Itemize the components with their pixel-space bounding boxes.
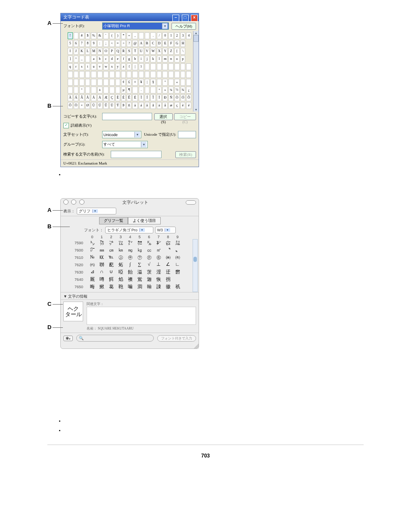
glyph-cell[interactable]: a [91,56,97,62]
glyph-cell[interactable]: ° [79,87,84,93]
glyph-cell[interactable]: n [168,56,174,62]
glyph-cell[interactable] [127,71,131,78]
glyph-cell[interactable]: 7 [79,40,84,47]
glyph-cell[interactable]: 徽 [163,283,173,290]
glyph-cell[interactable] [132,71,138,78]
glyph-cell[interactable]: № [87,254,97,261]
glyph-cell[interactable]: C [150,40,156,47]
glyph-cell[interactable]: 溢 [135,269,144,275]
glyph-cell[interactable]: [ [174,48,180,55]
glyph-cell[interactable]: k [150,56,156,62]
maximize-button[interactable]: □ [182,15,189,22]
scrollbar[interactable]: ▴ ▾ [193,31,199,112]
glyph-cell[interactable]: ㈱ [163,254,173,261]
glyph-cell[interactable]: } [139,63,144,70]
glyph-cell[interactable] [91,87,97,93]
glyph-cell[interactable]: 翰 [144,283,154,290]
glyph-cell[interactable]: Å [97,94,103,101]
glyph-cell[interactable] [97,71,103,78]
glyph-cell[interactable] [132,87,138,93]
glyph-cell[interactable]: ㍑ [116,240,125,246]
glyph-cell[interactable]: ! [68,32,73,39]
glyph-cell[interactable]: Ç [109,94,115,101]
glyph-cell[interactable]: ; [103,40,109,47]
glyph-cell[interactable] [103,79,109,86]
glyph-cell[interactable]: ) [115,32,121,39]
glyph-cell[interactable]: µ [121,87,126,93]
glyph-cell[interactable]: Ù [91,102,97,109]
unicode-input[interactable] [178,131,196,138]
glyph-cell[interactable]: 葛 [106,283,116,290]
glyph-cell[interactable]: 迂 [163,269,173,275]
glyph-cell[interactable]: 噛 [125,283,135,290]
glyph-cell[interactable] [186,79,191,86]
glyph-cell[interactable] [174,63,180,70]
glyph-cell[interactable]: Ô [186,94,191,101]
glyph-cell[interactable] [145,32,150,39]
glyph-cell[interactable]: g [127,56,131,62]
glyph-cell[interactable]: 5 [68,40,73,47]
glyph-cell[interactable] [85,56,90,62]
glyph-cell[interactable]: ß [127,102,131,109]
glyph-cell[interactable]: ㎡ [154,247,163,253]
glyph-cell[interactable]: ㎜ [97,247,106,253]
glyph-cell[interactable]: ° [162,79,168,86]
glyph-cell[interactable]: | [132,63,138,70]
minimize-button[interactable] [71,199,76,205]
glyph-cell[interactable]: ㌫ [163,240,173,246]
glyph-cell[interactable] [150,71,156,78]
glyph-cell[interactable]: ㏄ [144,247,154,253]
glyph-cell[interactable] [186,63,191,70]
copy-chars-input[interactable] [102,113,152,120]
glyph-cell[interactable]: | [145,79,150,86]
glyph-cell[interactable]: 澗 [135,283,144,290]
glyph-cell[interactable]: ㌹ [106,240,116,246]
glyph-cell[interactable]: ℡ [106,254,116,261]
glyph-cell[interactable]: 6 [74,40,79,47]
glyph-cell[interactable]: > [121,40,126,47]
tab-favorites[interactable]: よく使う項目 [128,217,161,224]
glyph-cell[interactable] [168,79,174,86]
glyph-cell[interactable]: È [115,94,121,101]
glyph-cell[interactable]: Ý [115,102,121,109]
glyph-cell[interactable]: 2 [174,32,180,39]
glyph-cell[interactable]: R [121,48,126,55]
glyph-cell[interactable]: ㈲ [173,254,182,261]
glyph-cell[interactable]: Ï [157,94,162,101]
select-button[interactable]: 選択(S) [154,113,173,120]
glyph-cell[interactable]: ㊥ [125,254,135,261]
glyph-cell[interactable]: ㌢ [154,240,163,246]
glyph-cell[interactable]: Y [162,48,168,55]
glyph-cell[interactable]: 諌 [154,283,163,290]
glyph-cell[interactable]: ㌻ [87,247,97,253]
glyph-cell[interactable]: 噂 [97,276,106,283]
glyph-cell[interactable]: H [181,40,186,47]
glyph-cell[interactable]: @ [132,40,138,47]
glyph-cell[interactable] [109,71,115,78]
glyph-cell[interactable]: ∪ [106,269,116,275]
glyph-cell[interactable]: ? [127,40,131,47]
glyph-cell[interactable]: 祇 [173,283,182,290]
glyph-cell[interactable]: y [115,63,121,70]
glyph-cell[interactable]: 鴬 [135,276,144,283]
glyph-cell[interactable]: + [127,32,131,39]
glyph-cell[interactable]: 鰍 [97,283,106,290]
glyph-cell[interactable]: ¿ [186,87,191,93]
glyph-cell[interactable]: 0 [162,32,168,39]
glyph-cell[interactable]: Í [145,94,150,101]
glyph-cell[interactable]: ㎏ [135,247,144,253]
glyph-cell[interactable]: ç [174,102,180,109]
glyph-cell[interactable]: å [162,102,168,109]
glyph-cell[interactable]: : [97,40,103,47]
glyph-cell[interactable]: Ì [139,94,144,101]
glyph-cell[interactable]: ¾ [181,87,186,93]
glyph-cell[interactable]: 9 [91,40,97,47]
glyph-cell[interactable]: 3 [181,32,186,39]
glyph-cell[interactable]: 聨 [97,261,106,268]
glyph-cell[interactable]: Ë [132,94,138,101]
glyph-cell[interactable] [85,71,90,78]
glyph-cell[interactable]: u [91,63,97,70]
char-info-header[interactable]: ▼ 文字の情報 [61,292,199,299]
charset-combo[interactable]: Unicode▾ [102,131,141,138]
glyph-cell[interactable] [186,71,191,78]
